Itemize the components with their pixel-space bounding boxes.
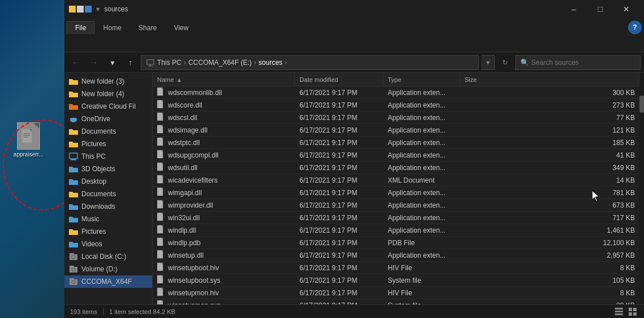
file-name-text: winsetupmon.hiv (168, 289, 219, 297)
sidebar-item-15[interactable]: Volume (D:) (64, 263, 152, 275)
file-icon (157, 275, 165, 284)
col-date-label: Date modified (300, 76, 338, 83)
sidebar-item-9[interactable]: Documents (64, 188, 152, 200)
path-sep-3: › (285, 59, 287, 67)
svg-rect-29 (69, 253, 74, 255)
file-name: wdsutil.dll (153, 162, 295, 173)
file-name-text: wicadevicefilters (168, 176, 218, 184)
tab-share[interactable]: Share (130, 21, 165, 34)
table-row[interactable]: wimprovider.dll 6/17/2021 9:17 PM Applic… (153, 199, 639, 212)
table-row[interactable]: wdsupgcompl.dll 6/17/2021 9:17 PM Applic… (153, 149, 639, 162)
forward-button[interactable]: → (86, 55, 102, 71)
ribbon: File Home Share View ? (64, 18, 644, 52)
close-button[interactable]: ✕ (613, 0, 639, 18)
tab-view[interactable]: View (165, 21, 197, 34)
address-path[interactable]: This PC › CCCOMA_X64F (E:) › sources › (141, 55, 479, 70)
file-name-text: windlp.pdb (168, 239, 200, 247)
statusbar: 193 items 1 item selected 84.2 KB (64, 304, 644, 318)
table-row[interactable]: wdsimage.dll 6/17/2021 9:17 PM Applicati… (153, 124, 639, 137)
file-date: 6/17/2021 9:17 PM (295, 276, 383, 284)
col-header-type[interactable]: Type (383, 73, 460, 86)
file-type: HIV File (383, 264, 460, 272)
recent-button[interactable]: ▾ (104, 55, 120, 71)
file-icon (157, 175, 165, 184)
sidebar-item-4[interactable]: Documents (64, 125, 152, 138)
file-icon (157, 162, 165, 173)
search-box[interactable]: 🔍 (515, 55, 641, 70)
scrollbar-thumb[interactable] (639, 96, 644, 113)
svg-rect-22 (69, 193, 78, 197)
col-name-label: Name (157, 76, 174, 83)
help-button[interactable]: ? (628, 20, 642, 34)
table-row[interactable]: winsetupboot.sys 6/17/2021 9:17 PM Syste… (153, 274, 639, 287)
file-rows: wdscommonlib.dll 6/17/2021 9:17 PM Appli… (153, 86, 639, 304)
sidebar-item-16[interactable]: CCCOMA_X64F (64, 275, 152, 288)
file-name: wdsupgcompl.dll (153, 150, 295, 160)
minimize-button[interactable]: – (561, 0, 587, 18)
file-date: 6/17/2021 9:17 PM (295, 151, 383, 159)
file-date: 6/17/2021 9:17 PM (295, 239, 383, 247)
titlebar: ▾ sources – □ ✕ (64, 0, 644, 18)
sidebar-item-7[interactable]: 3D Objects (64, 163, 152, 175)
col-header-name[interactable]: Name ▲ (153, 73, 295, 86)
table-row[interactable]: wdscsl.dll 6/17/2021 9:17 PM Application… (153, 111, 639, 124)
file-icon (157, 125, 165, 134)
sidebar-item-14[interactable]: Local Disk (C:) (64, 250, 152, 263)
table-row[interactable]: wdscore.dll 6/17/2021 9:17 PM Applicatio… (153, 99, 639, 111)
svg-rect-102 (633, 312, 637, 316)
file-name-text: wdstptc.dll (168, 139, 200, 147)
file-date: 6/17/2021 9:17 PM (295, 126, 383, 134)
sidebar-item-2[interactable]: Creative Cloud Fil (64, 100, 152, 113)
search-input[interactable] (531, 59, 635, 67)
sidebar-item-3[interactable]: OneDrive (64, 113, 152, 125)
sidebar-item-11[interactable]: Music (64, 213, 152, 225)
sidebar-item-12[interactable]: Pictures (64, 225, 152, 238)
table-row[interactable]: wdstptc.dll 6/17/2021 9:17 PM Applicatio… (153, 137, 639, 149)
svg-rect-24 (69, 218, 78, 222)
table-row[interactable]: wicadevicefilters 6/17/2021 9:17 PM XML … (153, 174, 639, 187)
sidebar-item-0[interactable]: New folder (3) (64, 75, 152, 88)
refresh-button[interactable]: ↻ (497, 55, 513, 71)
sidebar-folder-icon (69, 177, 78, 186)
col-header-size[interactable]: Size (460, 73, 639, 86)
status-separator (103, 308, 104, 316)
table-row[interactable]: winsetupboot.hiv 6/17/2021 9:17 PM HIV F… (153, 262, 639, 274)
path-dropdown[interactable]: ▾ (481, 55, 495, 70)
table-row[interactable]: winsetupmon.sys 6/17/2021 9:17 PM System… (153, 299, 639, 304)
scrollbar-track[interactable] (639, 73, 644, 304)
sidebar-item-5[interactable]: Pictures (64, 138, 152, 150)
file-type: XML Document (383, 176, 460, 184)
tab-home[interactable]: Home (95, 21, 130, 34)
sidebar-item-8[interactable]: Desktop (64, 175, 152, 188)
table-row[interactable]: wdsutil.dll 6/17/2021 9:17 PM Applicatio… (153, 162, 639, 174)
file-name-text: wdscsl.dll (168, 114, 197, 122)
tab-file[interactable]: File (67, 21, 95, 34)
back-button[interactable]: ← (68, 55, 84, 71)
col-header-date[interactable]: Date modified (295, 73, 383, 86)
up-button[interactable]: ↑ (122, 55, 138, 71)
file-name-text: winsetupboot.hiv (168, 264, 219, 272)
file-type: Application exten... (383, 89, 460, 97)
large-icons-button[interactable] (627, 306, 638, 317)
desktop-icon-appraiser[interactable]: appraiserr... (11, 122, 46, 158)
path-this-pc: This PC (157, 59, 182, 67)
sidebar-item-6[interactable]: This PC (64, 150, 152, 163)
table-row[interactable]: winsetup.dll 6/17/2021 9:17 PM Applicati… (153, 249, 639, 262)
file-date: 6/17/2021 9:17 PM (295, 114, 383, 122)
sidebar-item-1[interactable]: New folder (4) (64, 88, 152, 100)
table-row[interactable]: wimgapi.dll 6/17/2021 9:17 PM Applicatio… (153, 187, 639, 199)
sidebar-item-label: OneDrive (81, 115, 110, 123)
file-name: win32ui.dll (153, 212, 295, 223)
file-date: 6/17/2021 9:17 PM (295, 226, 383, 234)
table-row[interactable]: windlp.dll 6/17/2021 9:17 PM Application… (153, 224, 639, 237)
table-row[interactable]: wdscommonlib.dll 6/17/2021 9:17 PM Appli… (153, 86, 639, 99)
sidebar-item-10[interactable]: Downloads (64, 200, 152, 213)
svg-rect-25 (69, 230, 78, 235)
table-row[interactable]: winsetupmon.hiv 6/17/2021 9:17 PM HIV Fi… (153, 287, 639, 299)
table-row[interactable]: windlp.pdb 6/17/2021 9:17 PM PDB File 12… (153, 237, 639, 249)
svg-rect-20 (69, 168, 78, 172)
table-row[interactable]: win32ui.dll 6/17/2021 9:17 PM Applicatio… (153, 212, 639, 224)
maximize-button[interactable]: □ (587, 0, 613, 18)
sidebar-item-13[interactable]: Videos (64, 238, 152, 250)
details-view-button[interactable] (613, 306, 625, 317)
